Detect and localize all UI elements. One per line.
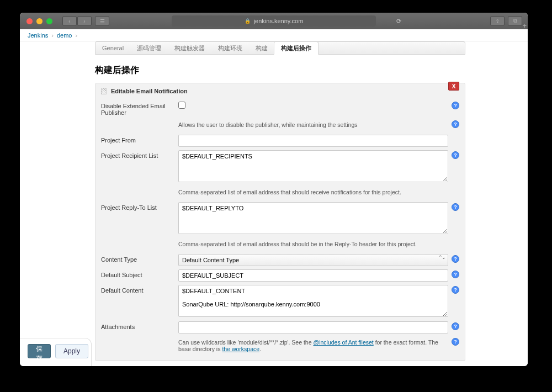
replyto-hint: Comma-separated list of email address th…: [178, 239, 448, 251]
block-header: Editable Email Notification X: [95, 83, 465, 99]
section-title: 构建后操作: [95, 65, 465, 76]
default-subject-input[interactable]: [178, 269, 448, 282]
drag-handle-icon[interactable]: [101, 88, 107, 94]
help-icon[interactable]: ?: [452, 322, 459, 330]
sidebar-toggle-icon[interactable]: ☰: [95, 16, 109, 26]
nav-buttons: ‹ ›: [62, 16, 92, 26]
attachments-hint: Can use wildcards like 'module/dist/**/*…: [178, 337, 448, 356]
help-icon[interactable]: ?: [452, 120, 459, 128]
apply-button[interactable]: Apply: [55, 344, 88, 358]
default-content-textarea[interactable]: $DEFAULT_CONTENT SonarQube URL: http://s…: [178, 285, 448, 317]
help-icon[interactable]: ?: [452, 286, 459, 294]
breadcrumb: Jenkins › demo ›: [20, 29, 528, 41]
default-subject-label: Default Subject: [101, 269, 178, 278]
traffic-lights: [26, 18, 52, 24]
project-from-input[interactable]: [178, 135, 448, 147]
page-scroll[interactable]: General 源码管理 构建触发器 构建环境 构建 构建后操作 构建后操作 E…: [20, 41, 528, 366]
recipient-list-label: Project Recipient List: [101, 150, 178, 159]
address-bar[interactable]: 🔒 jenkins.kenny.com: [172, 15, 376, 27]
tab-scm[interactable]: 源码管理: [130, 42, 168, 54]
default-content-label: Default Content: [101, 285, 178, 294]
tab-general[interactable]: General: [95, 42, 130, 54]
help-icon[interactable]: ?: [452, 203, 459, 211]
maximize-window-icon[interactable]: [46, 18, 52, 24]
ant-fileset-link[interactable]: @includes of Ant fileset: [313, 339, 373, 346]
content-type-select[interactable]: Default Content Type: [178, 254, 448, 266]
disable-publisher-label: Disable Extended Email Publisher: [101, 100, 178, 116]
minimize-window-icon[interactable]: [36, 18, 43, 24]
close-window-icon[interactable]: [26, 18, 33, 24]
help-icon[interactable]: ?: [452, 255, 459, 263]
breadcrumb-item[interactable]: demo: [57, 32, 72, 39]
browser-window: ‹ › ☰ 🔒 jenkins.kenny.com ⟳ ⇪ ⧉ + Jenkin…: [20, 13, 528, 366]
forward-button[interactable]: ›: [77, 16, 92, 26]
lock-icon: 🔒: [245, 18, 251, 24]
replyto-list-textarea[interactable]: $DEFAULT_REPLYTO: [178, 202, 448, 234]
tabs-button[interactable]: ⧉: [508, 16, 522, 26]
url-text: jenkins.kenny.com: [254, 18, 304, 24]
attachments-input[interactable]: [178, 321, 448, 333]
help-icon[interactable]: ?: [452, 271, 459, 278]
recipient-hint: Comma-separated list of email address th…: [178, 187, 448, 199]
recipient-list-textarea[interactable]: $DEFAULT_RECIPIENTS: [178, 150, 448, 182]
share-button[interactable]: ⇪: [490, 16, 505, 26]
help-icon[interactable]: ?: [452, 102, 459, 109]
tab-build[interactable]: 构建: [249, 42, 274, 54]
tab-postbuild[interactable]: 构建后操作: [274, 41, 319, 55]
save-button[interactable]: 保存: [28, 344, 51, 358]
chevron-right-icon: ›: [76, 32, 78, 39]
breadcrumb-item[interactable]: Jenkins: [28, 32, 48, 39]
tab-env[interactable]: 构建环境: [211, 42, 249, 54]
back-button[interactable]: ‹: [62, 16, 77, 26]
help-icon[interactable]: ?: [452, 338, 459, 346]
content-type-label: Content Type: [101, 254, 178, 263]
disable-publisher-checkbox[interactable]: [178, 102, 185, 109]
replyto-list-label: Project Reply-To List: [101, 202, 178, 211]
config-tabs: General 源码管理 构建触发器 构建环境 构建 构建后操作: [95, 41, 465, 55]
help-icon[interactable]: ?: [452, 151, 459, 159]
chevron-right-icon: ›: [51, 32, 54, 39]
reload-button[interactable]: ⟳: [393, 16, 404, 26]
disable-hint: Allows the user to disable the publisher…: [178, 119, 448, 131]
project-from-label: Project From: [101, 135, 178, 144]
block-title: Editable Email Notification: [111, 88, 188, 94]
footer-buttons: 保存 Apply: [20, 338, 92, 366]
delete-block-button[interactable]: X: [448, 82, 459, 91]
email-notification-block: Editable Email Notification X Disable Ex…: [95, 83, 465, 361]
tab-triggers[interactable]: 构建触发器: [168, 42, 211, 54]
attachments-label: Attachments: [101, 321, 178, 330]
titlebar: ‹ › ☰ 🔒 jenkins.kenny.com ⟳ ⇪ ⧉ +: [20, 13, 528, 29]
new-tab-button[interactable]: +: [522, 22, 527, 30]
workspace-link[interactable]: the workspace: [222, 346, 259, 352]
